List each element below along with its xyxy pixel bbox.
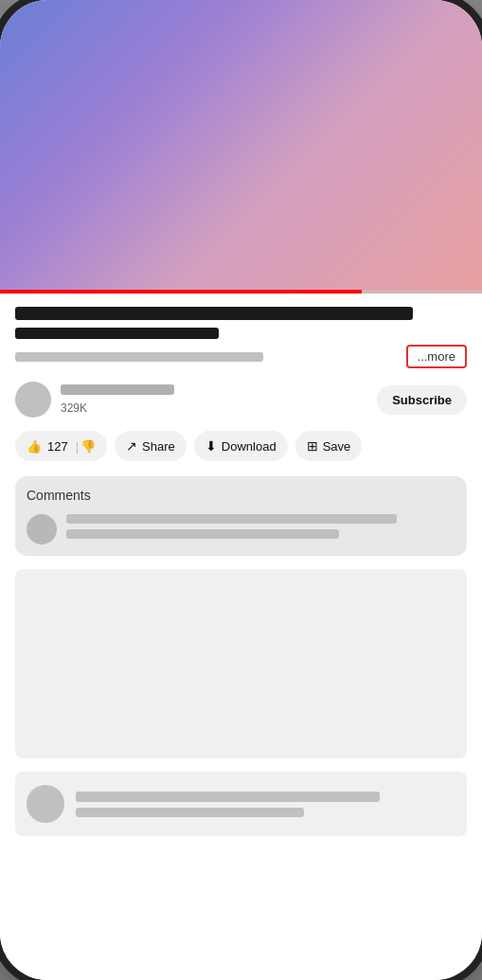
divider: |	[76, 439, 79, 454]
comment-row	[27, 514, 455, 544]
video-title-line2	[15, 328, 219, 339]
more-button[interactable]: ...more	[406, 345, 467, 368]
bottom-card-line-1	[76, 792, 380, 802]
download-icon: ⬇	[205, 438, 217, 454]
comment-lines	[66, 514, 455, 539]
subscribe-button[interactable]: Subscribe	[377, 385, 467, 415]
bottom-card-lines	[76, 792, 455, 817]
phone-frame: ...more 329K Subscribe 👍 127 | 👎 ↗ Sh	[0, 0, 482, 980]
description-line	[15, 352, 263, 362]
like-dislike-button[interactable]: 👍 127 | 👎	[15, 431, 107, 461]
save-icon: ⊞	[307, 438, 318, 454]
progress-bar-fill	[0, 290, 362, 294]
share-label: Share	[142, 439, 175, 454]
bottom-card-line-2	[76, 808, 304, 817]
channel-subscribers: 329K	[61, 401, 87, 415]
comment-line-1	[66, 514, 397, 524]
thumbs-down-icon: 👎	[80, 439, 96, 454]
progress-bar-container	[0, 290, 482, 294]
description-row: ...more	[15, 345, 467, 368]
video-title-line1	[15, 307, 413, 320]
bottom-card[interactable]	[15, 772, 467, 836]
content-area: ...more 329K Subscribe 👍 127 | 👎 ↗ Sh	[0, 294, 482, 980]
bottom-card-avatar	[27, 785, 64, 823]
channel-info: 329K	[61, 384, 377, 416]
comment-line-2	[66, 529, 339, 539]
comment-avatar	[27, 514, 57, 544]
channel-row: 329K Subscribe	[15, 382, 467, 418]
comments-label: Comments	[27, 488, 455, 503]
thumbs-up-icon: 👍	[27, 439, 42, 454]
recommended-card[interactable]	[15, 569, 467, 758]
channel-avatar[interactable]	[15, 382, 51, 418]
video-thumbnail[interactable]	[0, 0, 482, 294]
comments-section: Comments	[15, 476, 467, 556]
download-label: Download	[222, 439, 277, 454]
save-label: Save	[323, 439, 351, 454]
share-button[interactable]: ↗ Share	[115, 431, 187, 461]
save-button[interactable]: ⊞ Save	[295, 431, 363, 461]
share-icon: ↗	[126, 438, 137, 454]
download-button[interactable]: ⬇ Download	[194, 431, 288, 461]
channel-name-line	[61, 384, 174, 395]
like-count: 127	[47, 439, 68, 454]
action-buttons-row: 👍 127 | 👎 ↗ Share ⬇ Download ⊞ Save	[15, 431, 467, 461]
